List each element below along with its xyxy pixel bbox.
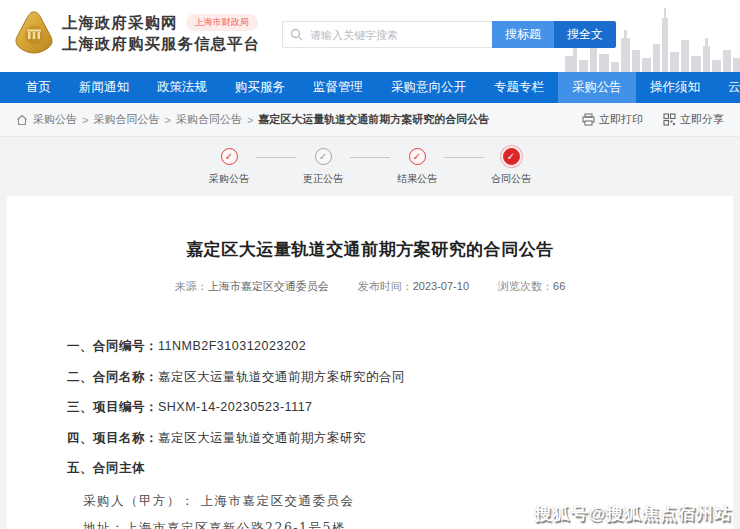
nav-item-home[interactable]: 首页 [12, 72, 65, 103]
breadcrumb-separator: > [247, 114, 253, 126]
nav-item-operation-guide[interactable]: 操作须知 [636, 72, 714, 103]
search-fulltext-button[interactable]: 搜全文 [554, 21, 616, 48]
article-body: 一、合同编号：11NMB2F310312023202 二、合同名称：嘉定区大运量… [67, 338, 733, 529]
breadcrumb-item[interactable]: 采购合同公告 [93, 112, 159, 127]
home-icon [16, 114, 28, 126]
contract-parties-heading: 五、合同主体 [67, 460, 733, 477]
article-title: 嘉定区大运量轨道交通前期方案研究的合同公告 [7, 196, 733, 261]
step-label: 更正公告 [303, 172, 343, 186]
site-subtitle: 上海政府购买服务信息平台 [62, 33, 260, 54]
search-bar: 搜标题 搜全文 [282, 21, 616, 48]
print-button[interactable]: 立即打印 [582, 112, 643, 127]
check-icon: ✓ [319, 152, 327, 162]
views-value: 66 [553, 280, 565, 292]
nav-item-procurement-announcements[interactable]: 采购公告 [558, 72, 636, 103]
breadcrumb-item[interactable]: 采购公告 [33, 112, 77, 127]
contract-number-row: 一、合同编号：11NMB2F310312023202 [67, 338, 733, 355]
search-icon [290, 28, 303, 41]
contract-name-row: 二、合同名称：嘉定区大运量轨道交通前期方案研究的合同 [67, 369, 733, 386]
search-title-button[interactable]: 搜标题 [492, 21, 554, 48]
step-label: 合同公告 [491, 172, 531, 186]
step-connector [444, 157, 484, 158]
page: 上海政府采购网 上海市财政局 上海政府购买服务信息平台 搜标题 搜全文 [0, 0, 740, 529]
step-label: 结果公告 [397, 172, 437, 186]
breadcrumb-separator: > [82, 114, 88, 126]
nav-item-purchase-services[interactable]: 购买服务 [221, 72, 299, 103]
article-card: 嘉定区大运量轨道交通前期方案研究的合同公告 来源：上海市嘉定区交通委员会 发布时… [7, 196, 733, 529]
project-name-row: 四、项目名称：嘉定区大运量轨道交通前期方案研究 [67, 430, 733, 447]
step-procurement-announcement: ✓ 采购公告 [202, 148, 256, 186]
qr-code-icon [663, 113, 676, 126]
article-meta: 来源：上海市嘉定区交通委员会 发布时间：2023-07-10 浏览次数：66 [7, 279, 733, 294]
nav-item-intent-disclosure[interactable]: 采购意向公开 [377, 72, 480, 103]
announcement-steps: ✓ 采购公告 ✓ 更正公告 ✓ 结果公告 ✓ 合同公告 [0, 137, 740, 195]
check-icon: ✓ [413, 152, 421, 162]
finance-bureau-badge: 上海市财政局 [186, 14, 258, 31]
project-number-row: 三、项目编号：SHXM-14-20230523-1117 [67, 399, 733, 416]
check-icon: ✓ [225, 152, 233, 162]
source-value: 上海市嘉定区交通委员会 [208, 280, 329, 292]
nav-item-special-columns[interactable]: 专题专栏 [480, 72, 558, 103]
gov-procurement-logo-icon [14, 10, 54, 56]
check-icon: ✓ [507, 152, 515, 162]
breadcrumb-item[interactable]: 采购合同公告 [176, 112, 242, 127]
site-header: 上海政府采购网 上海市财政局 上海政府购买服务信息平台 搜标题 搜全文 [0, 0, 740, 72]
nav-item-news[interactable]: 新闻通知 [65, 72, 143, 103]
share-button[interactable]: 立即分享 [663, 112, 724, 127]
nav-item-policies[interactable]: 政策法规 [143, 72, 221, 103]
main-nav: 首页 新闻通知 政策法规 购买服务 监督管理 采购意向公开 专题专栏 采购公告 … [0, 72, 740, 103]
nav-item-cloud-trading-platform[interactable]: 云采交易平台 [714, 72, 740, 103]
source-label: 来源： [175, 280, 208, 292]
site-logo: 上海政府采购网 上海市财政局 上海政府购买服务信息平台 [14, 10, 260, 56]
step-correction-announcement: ✓ 更正公告 [296, 148, 350, 186]
step-result-announcement: ✓ 结果公告 [390, 148, 444, 186]
views-label: 浏览次数： [498, 280, 553, 292]
breadcrumb: 采购公告 > 采购合同公告 > 采购合同公告 > 嘉定区大运量轨道交通前期方案研… [0, 103, 740, 137]
step-label: 采购公告 [209, 172, 249, 186]
printer-icon [582, 113, 595, 126]
publish-date-value: 2023-07-10 [413, 280, 469, 292]
nav-item-supervision[interactable]: 监督管理 [299, 72, 377, 103]
site-title: 上海政府采购网 [62, 12, 178, 33]
search-input[interactable] [282, 21, 492, 48]
sohu-watermark: 搜狐号@搜狐焦点宿州站 [534, 502, 732, 525]
breadcrumb-separator: > [164, 114, 170, 126]
breadcrumb-current: 嘉定区大运量轨道交通前期方案研究的合同公告 [258, 112, 489, 127]
step-connector [350, 157, 390, 158]
publish-date-label: 发布时间： [358, 280, 413, 292]
step-contract-announcement: ✓ 合同公告 [484, 148, 538, 186]
step-connector [256, 157, 296, 158]
